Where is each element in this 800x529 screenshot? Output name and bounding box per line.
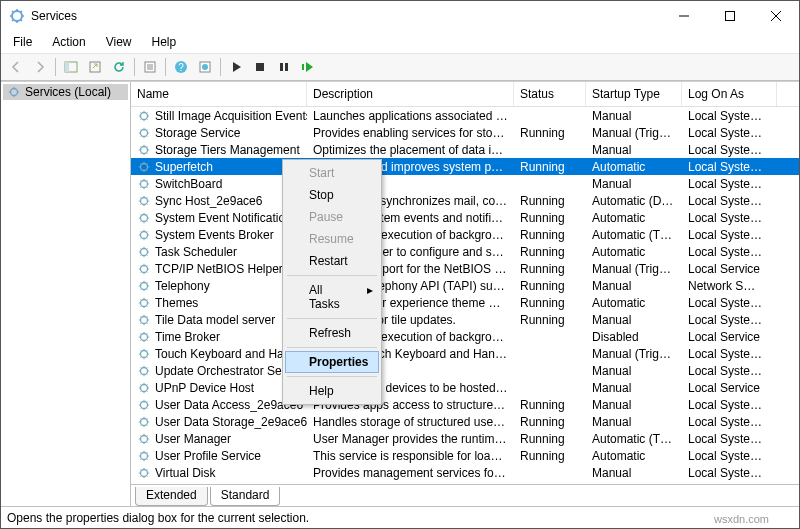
service-icon <box>137 415 151 429</box>
menubar: File Action View Help <box>1 31 799 53</box>
ctx-pause[interactable]: Pause <box>285 206 379 228</box>
service-row[interactable]: User Data Access_2e9ace6Provides apps ac… <box>131 396 799 413</box>
service-startup: Manual <box>586 279 682 293</box>
service-name-cell: Telephony <box>131 279 307 293</box>
service-logon: Local Syste… <box>682 143 777 157</box>
pause-service-button[interactable] <box>273 56 295 78</box>
service-row[interactable]: Update Orchestrator Service for Windo…Us… <box>131 362 799 379</box>
menu-help[interactable]: Help <box>144 33 185 51</box>
service-icon <box>137 398 151 412</box>
service-row[interactable]: TCP/IP NetBIOS HelperProvides support fo… <box>131 260 799 277</box>
service-status: Running <box>514 262 586 276</box>
col-startup[interactable]: Startup Type <box>586 82 682 106</box>
col-name[interactable]: Name <box>131 82 307 106</box>
maximize-button[interactable] <box>707 1 753 31</box>
back-button[interactable] <box>5 56 27 78</box>
service-logon: Local Syste… <box>682 126 777 140</box>
ctx-help[interactable]: Help <box>285 380 379 402</box>
service-icon <box>137 143 151 157</box>
service-row[interactable]: Storage Tiers ManagementOptimizes the pl… <box>131 141 799 158</box>
service-icon <box>137 313 151 327</box>
service-list[interactable]: Still Image Acquisition EventsLaunches a… <box>131 107 799 484</box>
service-row[interactable]: UPnP Device HostAllows UPnP devices to b… <box>131 379 799 396</box>
menu-view[interactable]: View <box>98 33 140 51</box>
service-status: Running <box>514 126 586 140</box>
ctx-stop[interactable]: Stop <box>285 184 379 206</box>
service-row[interactable]: Touch Keyboard and HandwritingEnables To… <box>131 345 799 362</box>
forward-button[interactable] <box>29 56 51 78</box>
stop-service-button[interactable] <box>249 56 271 78</box>
service-row[interactable]: Sync Host_2e9ace6This service synchroniz… <box>131 192 799 209</box>
service-startup: Manual <box>586 364 682 378</box>
service-icon <box>137 381 151 395</box>
ctx-start[interactable]: Start <box>285 162 379 184</box>
service-row[interactable]: ThemesProvides user experience theme man… <box>131 294 799 311</box>
svg-point-30 <box>141 367 148 374</box>
tab-extended[interactable]: Extended <box>135 487 208 506</box>
service-row[interactable]: Still Image Acquisition EventsLaunches a… <box>131 107 799 124</box>
service-status: Running <box>514 415 586 429</box>
service-icon <box>137 279 151 293</box>
minimize-button[interactable] <box>661 1 707 31</box>
service-icon <box>137 347 151 361</box>
ctx-all-tasks[interactable]: All Tasks▸ <box>285 279 379 315</box>
start-service-button[interactable] <box>225 56 247 78</box>
tab-standard[interactable]: Standard <box>210 487 281 506</box>
properties-button[interactable] <box>139 56 161 78</box>
service-row[interactable]: User Profile ServiceThis service is resp… <box>131 447 799 464</box>
service-logon: Local Syste… <box>682 347 777 361</box>
service-icon <box>137 211 151 225</box>
svg-point-32 <box>141 401 148 408</box>
service-row[interactable]: TelephonyProvides Telephony API (TAPI) s… <box>131 277 799 294</box>
ctx-restart[interactable]: Restart <box>285 250 379 272</box>
service-logon: Local Syste… <box>682 109 777 123</box>
service-row[interactable]: System Events BrokerCoordinates executio… <box>131 226 799 243</box>
ctx-properties[interactable]: Properties <box>285 351 379 373</box>
service-row[interactable]: SuperfetchMaintains and improves system … <box>131 158 799 175</box>
service-name: Time Broker <box>155 330 220 344</box>
svg-point-35 <box>141 452 148 459</box>
close-button[interactable] <box>753 1 799 31</box>
col-status[interactable]: Status <box>514 82 586 106</box>
ctx-refresh[interactable]: Refresh <box>285 322 379 344</box>
service-name: Themes <box>155 296 198 310</box>
ctx-separator <box>287 376 377 377</box>
svg-point-16 <box>141 129 148 136</box>
service-name: Task Scheduler <box>155 245 237 259</box>
service-logon: Local Syste… <box>682 228 777 242</box>
restart-service-button[interactable] <box>297 56 319 78</box>
service-row[interactable]: System Event NotificationMonitors system… <box>131 209 799 226</box>
service-row[interactable]: Tile Data model serverTile Server for ti… <box>131 311 799 328</box>
service-row[interactable]: Storage ServiceProvides enabling service… <box>131 124 799 141</box>
help-button[interactable]: ? <box>170 56 192 78</box>
help-topics-button[interactable] <box>194 56 216 78</box>
menu-file[interactable]: File <box>5 33 40 51</box>
svg-rect-12 <box>285 63 288 71</box>
service-desc: User Manager provides the runtime … <box>307 432 514 446</box>
col-description[interactable]: Description <box>307 82 514 106</box>
tree-pane[interactable]: Services (Local) <box>1 82 131 506</box>
service-row[interactable]: SwitchBoardManualLocal Syste… <box>131 175 799 192</box>
export-button[interactable] <box>84 56 106 78</box>
ctx-resume[interactable]: Resume <box>285 228 379 250</box>
tree-root[interactable]: Services (Local) <box>3 84 128 100</box>
service-icon <box>137 194 151 208</box>
service-row[interactable]: Time BrokerCoordinates execution of back… <box>131 328 799 345</box>
service-row[interactable]: User ManagerUser Manager provides the ru… <box>131 430 799 447</box>
service-icon <box>137 126 151 140</box>
window-title: Services <box>31 9 661 23</box>
refresh-button[interactable] <box>108 56 130 78</box>
svg-point-17 <box>141 146 148 153</box>
svg-point-0 <box>12 11 22 21</box>
col-logon[interactable]: Log On As <box>682 82 777 106</box>
service-startup: Manual (Trig… <box>586 262 682 276</box>
service-row[interactable]: Virtual DiskProvides management services… <box>131 464 799 481</box>
svg-point-28 <box>141 333 148 340</box>
service-row[interactable]: User Data Storage_2e9ace6Handles storage… <box>131 413 799 430</box>
service-startup: Disabled <box>586 330 682 344</box>
context-menu: Start Stop Pause Resume Restart All Task… <box>282 159 382 405</box>
service-logon: Local Syste… <box>682 177 777 191</box>
service-row[interactable]: Task SchedulerEnables a user to configur… <box>131 243 799 260</box>
menu-action[interactable]: Action <box>44 33 93 51</box>
show-hide-tree-button[interactable] <box>60 56 82 78</box>
